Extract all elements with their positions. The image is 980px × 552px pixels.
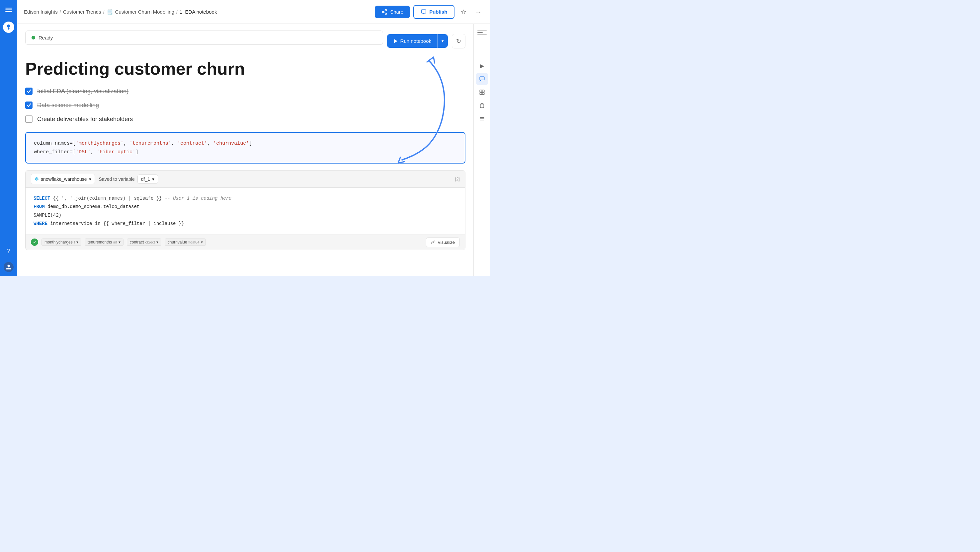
publish-button[interactable]: Publish bbox=[413, 5, 455, 19]
help-icon[interactable]: ? bbox=[5, 246, 12, 257]
col-type-3: object bbox=[145, 240, 155, 244]
code-line-1: column_names=['monthlycharges', 'tenurem… bbox=[34, 139, 457, 148]
status-run-row: Ready Run notebook ▾ ↻ bbox=[25, 30, 465, 51]
checkmark-icon-2 bbox=[27, 103, 31, 108]
right-sidebar-lines-icon bbox=[476, 27, 488, 38]
hamburger-svg-icon bbox=[479, 116, 485, 122]
breadcrumb-sep-1: / bbox=[60, 9, 61, 14]
col-type-1: f bbox=[74, 240, 75, 244]
left-sidebar: ? bbox=[0, 0, 17, 276]
checklist-label-1: Initial EDA (cleaning, visualization) bbox=[37, 88, 129, 95]
snowflake-icon: ❄ bbox=[35, 176, 39, 182]
col-dropdown-3[interactable]: ▾ bbox=[156, 240, 158, 244]
variable-selector[interactable]: df_1 ▾ bbox=[137, 174, 158, 184]
warehouse-label: snowflake_warehouse bbox=[41, 176, 87, 182]
checklist-item-3: Create deliverables for stakeholders bbox=[25, 116, 465, 123]
col-type-4: float64 bbox=[189, 240, 199, 244]
share-icon bbox=[382, 9, 387, 15]
notebook-icon: 🗒️ bbox=[107, 9, 113, 15]
sql-line-1: SELECT {{ ', '.join(column_names) | sqls… bbox=[33, 194, 457, 203]
query-header: ❄ snowflake_warehouse ▾ Saved to variabl… bbox=[25, 171, 465, 188]
svg-marker-13 bbox=[394, 39, 398, 43]
comments-icon[interactable] bbox=[476, 73, 488, 85]
col-name-3: contract bbox=[130, 240, 144, 244]
checklist-item-2: Data science modelling bbox=[25, 102, 465, 109]
menu-icon[interactable] bbox=[476, 113, 488, 125]
code-cell[interactable]: column_names=['monthlycharges', 'tenurem… bbox=[25, 132, 465, 163]
checkbox-1[interactable] bbox=[25, 87, 33, 95]
run-button-group: Run notebook ▾ bbox=[387, 34, 448, 48]
col-name-4: churnvalue bbox=[168, 240, 187, 244]
variable-label: df_1 bbox=[141, 176, 150, 182]
run-cell-icon[interactable]: ▶ bbox=[476, 60, 488, 71]
breadcrumb-edison[interactable]: Edison Insights bbox=[24, 9, 58, 14]
svg-rect-1 bbox=[5, 10, 12, 11]
comment-svg-icon bbox=[479, 76, 485, 82]
query-code[interactable]: SELECT {{ ', '.join(column_names) | sqls… bbox=[25, 188, 465, 235]
col-dropdown-4[interactable]: ▾ bbox=[201, 240, 203, 244]
col-type-2: int bbox=[113, 240, 117, 244]
main-content: Edison Insights / Customer Trends / 🗒️ C… bbox=[17, 0, 490, 276]
svg-rect-17 bbox=[482, 90, 484, 92]
status-dot bbox=[32, 36, 35, 40]
checkbox-2[interactable] bbox=[25, 102, 33, 109]
table-svg-icon bbox=[479, 89, 485, 95]
col-dropdown-1[interactable]: ▾ bbox=[76, 240, 78, 244]
panel-toggle-icon[interactable] bbox=[477, 30, 487, 35]
run-notebook-button[interactable]: Run notebook bbox=[387, 34, 437, 48]
column-tag-1[interactable]: monthlycharges f ▾ bbox=[41, 238, 81, 246]
column-tag-4[interactable]: churnvalue float64 ▾ bbox=[165, 238, 206, 246]
cell-number: [2] bbox=[455, 176, 460, 181]
run-label: Run notebook bbox=[400, 38, 431, 44]
status-text: Ready bbox=[38, 35, 53, 40]
run-dropdown-button[interactable]: ▾ bbox=[437, 34, 448, 48]
sql-line-2: FROM demo_db.demo_schema.telco_dataset bbox=[33, 203, 457, 211]
results-bar: ✓ monthlycharges f ▾ tenuremonths int ▾ … bbox=[25, 235, 465, 250]
delete-svg-icon bbox=[479, 103, 485, 108]
column-tag-2[interactable]: tenuremonths int ▾ bbox=[85, 238, 124, 246]
svg-point-3 bbox=[7, 25, 10, 27]
breadcrumb-sep-3: / bbox=[176, 9, 178, 14]
checklist-item-1: Initial EDA (cleaning, visualization) bbox=[25, 87, 465, 95]
share-button[interactable]: Share bbox=[375, 6, 410, 18]
status-bar: Ready bbox=[25, 30, 383, 45]
svg-rect-2 bbox=[5, 11, 12, 12]
refresh-button[interactable]: ↻ bbox=[452, 34, 465, 48]
svg-point-7 bbox=[385, 13, 387, 14]
column-tag-3[interactable]: contract object ▾ bbox=[127, 238, 161, 246]
svg-point-6 bbox=[382, 11, 384, 13]
trash-icon[interactable] bbox=[476, 100, 488, 111]
breadcrumb-churn[interactable]: Customer Churn Modelling bbox=[115, 9, 174, 14]
star-button[interactable]: ☆ bbox=[458, 5, 469, 19]
sql-line-3: SAMPLE(42) bbox=[33, 211, 457, 220]
checkmark-icon-1 bbox=[27, 89, 31, 94]
warehouse-chevron-icon: ▾ bbox=[89, 176, 91, 182]
more-options-button[interactable]: ··· bbox=[473, 5, 484, 18]
query-cell: ❄ snowflake_warehouse ▾ Saved to variabl… bbox=[25, 170, 465, 250]
checkbox-3[interactable] bbox=[25, 116, 33, 123]
success-icon: ✓ bbox=[31, 238, 38, 246]
breadcrumb-trends[interactable]: Customer Trends bbox=[63, 9, 101, 14]
col-dropdown-2[interactable]: ▾ bbox=[119, 240, 121, 244]
app-logo[interactable] bbox=[3, 22, 14, 33]
hamburger-menu-icon[interactable] bbox=[3, 4, 14, 17]
col-name-2: tenuremonths bbox=[88, 240, 112, 244]
saved-to-label: Saved to variable bbox=[99, 176, 135, 182]
svg-rect-19 bbox=[482, 92, 484, 95]
share-label: Share bbox=[390, 9, 403, 14]
notebook-title: Predicting customer churn bbox=[25, 59, 465, 78]
breadcrumb-sep-2: / bbox=[103, 9, 105, 14]
visualize-button[interactable]: Visualize bbox=[426, 238, 460, 247]
svg-rect-10 bbox=[421, 10, 426, 13]
chart-icon bbox=[431, 240, 436, 244]
warehouse-selector[interactable]: ❄ snowflake_warehouse ▾ bbox=[31, 174, 95, 184]
right-sidebar: ▶ bbox=[473, 24, 490, 276]
checklist-label-3: Create deliverables for stakeholders bbox=[37, 116, 133, 123]
user-avatar[interactable] bbox=[4, 262, 14, 272]
code-line-2: where_filter=['DSL', 'Fiber optic'] bbox=[34, 148, 457, 157]
variable-chevron-icon: ▾ bbox=[152, 176, 154, 182]
visualize-label: Visualize bbox=[438, 240, 455, 245]
svg-rect-18 bbox=[480, 92, 482, 95]
svg-point-5 bbox=[385, 9, 387, 11]
grid-icon[interactable] bbox=[476, 86, 488, 98]
